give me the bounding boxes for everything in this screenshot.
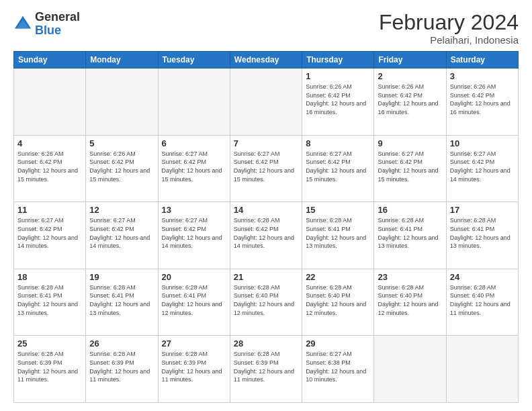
calendar-header-wednesday: Wednesday bbox=[230, 52, 302, 68]
calendar-week-3: 18 Sunrise: 6:28 AMSunset: 6:41 PMDaylig… bbox=[14, 269, 519, 336]
calendar-header-monday: Monday bbox=[86, 52, 158, 68]
calendar-week-1: 4 Sunrise: 6:26 AMSunset: 6:42 PMDayligh… bbox=[14, 135, 519, 202]
day-info: Sunrise: 6:28 AMSunset: 6:41 PMDaylight:… bbox=[306, 216, 370, 250]
day-info: Sunrise: 6:28 AMSunset: 6:40 PMDaylight:… bbox=[450, 283, 515, 317]
day-number: 10 bbox=[450, 138, 515, 148]
calendar-cell: 28 Sunrise: 6:28 AMSunset: 6:39 PMDaylig… bbox=[230, 336, 302, 403]
calendar-cell bbox=[158, 68, 230, 136]
day-number: 27 bbox=[162, 338, 226, 349]
calendar-cell: 9 Sunrise: 6:27 AMSunset: 6:42 PMDayligh… bbox=[374, 135, 446, 202]
day-number: 21 bbox=[234, 272, 298, 282]
calendar-header-thursday: Thursday bbox=[302, 52, 374, 68]
day-number: 22 bbox=[306, 272, 370, 282]
calendar-cell: 23 Sunrise: 6:28 AMSunset: 6:40 PMDaylig… bbox=[374, 269, 446, 336]
calendar-cell: 22 Sunrise: 6:28 AMSunset: 6:40 PMDaylig… bbox=[302, 269, 374, 336]
day-number: 17 bbox=[450, 205, 515, 215]
logo-blue: Blue bbox=[35, 24, 80, 38]
subtitle: Pelaihari, Indonesia bbox=[379, 34, 519, 46]
calendar-cell: 10 Sunrise: 6:27 AMSunset: 6:42 PMDaylig… bbox=[446, 135, 518, 202]
day-info: Sunrise: 6:27 AMSunset: 6:42 PMDaylight:… bbox=[162, 150, 226, 183]
day-number: 24 bbox=[450, 272, 515, 282]
day-info: Sunrise: 6:28 AMSunset: 6:40 PMDaylight:… bbox=[378, 283, 442, 317]
calendar-header-row: SundayMondayTuesdayWednesdayThursdayFrid… bbox=[14, 52, 519, 68]
calendar-cell: 17 Sunrise: 6:28 AMSunset: 6:41 PMDaylig… bbox=[446, 202, 518, 269]
day-info: Sunrise: 6:28 AMSunset: 6:39 PMDaylight:… bbox=[234, 350, 298, 383]
day-info: Sunrise: 6:27 AMSunset: 6:42 PMDaylight:… bbox=[234, 150, 298, 183]
logo-icon bbox=[13, 15, 32, 34]
logo: General Blue bbox=[13, 11, 80, 38]
day-info: Sunrise: 6:28 AMSunset: 6:40 PMDaylight:… bbox=[234, 283, 298, 317]
calendar-week-0: 1 Sunrise: 6:26 AMSunset: 6:42 PMDayligh… bbox=[14, 68, 519, 136]
day-info: Sunrise: 6:27 AMSunset: 6:42 PMDaylight:… bbox=[89, 216, 154, 250]
day-info: Sunrise: 6:28 AMSunset: 6:41 PMDaylight:… bbox=[17, 283, 82, 317]
calendar-header-saturday: Saturday bbox=[446, 52, 518, 68]
calendar-cell bbox=[14, 68, 86, 136]
day-info: Sunrise: 6:28 AMSunset: 6:39 PMDaylight:… bbox=[17, 350, 82, 383]
day-info: Sunrise: 6:28 AMSunset: 6:41 PMDaylight:… bbox=[378, 216, 442, 250]
day-number: 8 bbox=[306, 138, 370, 148]
day-number: 11 bbox=[17, 205, 82, 215]
calendar-header-tuesday: Tuesday bbox=[158, 52, 230, 68]
calendar-cell: 12 Sunrise: 6:27 AMSunset: 6:42 PMDaylig… bbox=[86, 202, 158, 269]
calendar-cell: 16 Sunrise: 6:28 AMSunset: 6:41 PMDaylig… bbox=[374, 202, 446, 269]
day-number: 6 bbox=[162, 138, 226, 148]
day-info: Sunrise: 6:27 AMSunset: 6:42 PMDaylight:… bbox=[378, 150, 442, 183]
day-info: Sunrise: 6:26 AMSunset: 6:42 PMDaylight:… bbox=[450, 83, 515, 116]
day-number: 16 bbox=[378, 205, 442, 215]
day-info: Sunrise: 6:28 AMSunset: 6:40 PMDaylight:… bbox=[306, 283, 370, 317]
day-number: 3 bbox=[450, 71, 515, 81]
day-number: 1 bbox=[306, 71, 370, 81]
day-info: Sunrise: 6:28 AMSunset: 6:41 PMDaylight:… bbox=[89, 283, 154, 317]
day-number: 12 bbox=[89, 205, 154, 215]
day-number: 14 bbox=[234, 205, 298, 215]
calendar-cell: 27 Sunrise: 6:28 AMSunset: 6:39 PMDaylig… bbox=[158, 336, 230, 403]
logo-general: General bbox=[35, 11, 80, 24]
calendar-cell: 2 Sunrise: 6:26 AMSunset: 6:42 PMDayligh… bbox=[374, 68, 446, 136]
calendar-week-4: 25 Sunrise: 6:28 AMSunset: 6:39 PMDaylig… bbox=[14, 336, 519, 403]
day-number: 23 bbox=[378, 272, 442, 282]
day-number: 29 bbox=[306, 338, 370, 349]
calendar-cell: 21 Sunrise: 6:28 AMSunset: 6:40 PMDaylig… bbox=[230, 269, 302, 336]
main-title: February 2024 bbox=[379, 11, 519, 34]
day-info: Sunrise: 6:27 AMSunset: 6:38 PMDaylight:… bbox=[306, 350, 370, 383]
day-number: 19 bbox=[89, 272, 154, 282]
day-number: 7 bbox=[234, 138, 298, 148]
day-number: 26 bbox=[89, 338, 154, 349]
header: General Blue February 2024 Pelaihari, In… bbox=[13, 11, 519, 46]
day-info: Sunrise: 6:26 AMSunset: 6:42 PMDaylight:… bbox=[17, 150, 82, 183]
day-number: 5 bbox=[89, 138, 154, 148]
calendar-cell: 7 Sunrise: 6:27 AMSunset: 6:42 PMDayligh… bbox=[230, 135, 302, 202]
day-info: Sunrise: 6:26 AMSunset: 6:42 PMDaylight:… bbox=[89, 150, 154, 183]
calendar-cell: 18 Sunrise: 6:28 AMSunset: 6:41 PMDaylig… bbox=[14, 269, 86, 336]
calendar-cell: 19 Sunrise: 6:28 AMSunset: 6:41 PMDaylig… bbox=[86, 269, 158, 336]
logo-text: General Blue bbox=[35, 11, 80, 38]
day-info: Sunrise: 6:28 AMSunset: 6:39 PMDaylight:… bbox=[162, 350, 226, 383]
calendar-cell bbox=[446, 336, 518, 403]
page: General Blue February 2024 Pelaihari, In… bbox=[0, 0, 532, 411]
day-number: 9 bbox=[378, 138, 442, 148]
calendar-cell: 11 Sunrise: 6:27 AMSunset: 6:42 PMDaylig… bbox=[14, 202, 86, 269]
calendar-cell bbox=[86, 68, 158, 136]
day-info: Sunrise: 6:26 AMSunset: 6:42 PMDaylight:… bbox=[378, 83, 442, 116]
day-info: Sunrise: 6:27 AMSunset: 6:42 PMDaylight:… bbox=[450, 150, 515, 183]
day-number: 18 bbox=[17, 272, 82, 282]
calendar-cell: 6 Sunrise: 6:27 AMSunset: 6:42 PMDayligh… bbox=[158, 135, 230, 202]
day-info: Sunrise: 6:28 AMSunset: 6:39 PMDaylight:… bbox=[89, 350, 154, 383]
calendar-cell: 24 Sunrise: 6:28 AMSunset: 6:40 PMDaylig… bbox=[446, 269, 518, 336]
calendar-cell bbox=[230, 68, 302, 136]
day-number: 15 bbox=[306, 205, 370, 215]
calendar-cell: 8 Sunrise: 6:27 AMSunset: 6:42 PMDayligh… bbox=[302, 135, 374, 202]
calendar-cell: 26 Sunrise: 6:28 AMSunset: 6:39 PMDaylig… bbox=[86, 336, 158, 403]
calendar-cell bbox=[374, 336, 446, 403]
day-number: 13 bbox=[162, 205, 226, 215]
calendar-cell: 13 Sunrise: 6:27 AMSunset: 6:42 PMDaylig… bbox=[158, 202, 230, 269]
day-number: 4 bbox=[17, 138, 82, 148]
day-number: 2 bbox=[378, 71, 442, 81]
calendar-cell: 1 Sunrise: 6:26 AMSunset: 6:42 PMDayligh… bbox=[302, 68, 374, 136]
day-number: 20 bbox=[162, 272, 226, 282]
day-info: Sunrise: 6:28 AMSunset: 6:41 PMDaylight:… bbox=[450, 216, 515, 250]
calendar-header-sunday: Sunday bbox=[14, 52, 86, 68]
calendar-cell: 25 Sunrise: 6:28 AMSunset: 6:39 PMDaylig… bbox=[14, 336, 86, 403]
day-info: Sunrise: 6:27 AMSunset: 6:42 PMDaylight:… bbox=[306, 150, 370, 183]
calendar-cell: 5 Sunrise: 6:26 AMSunset: 6:42 PMDayligh… bbox=[86, 135, 158, 202]
